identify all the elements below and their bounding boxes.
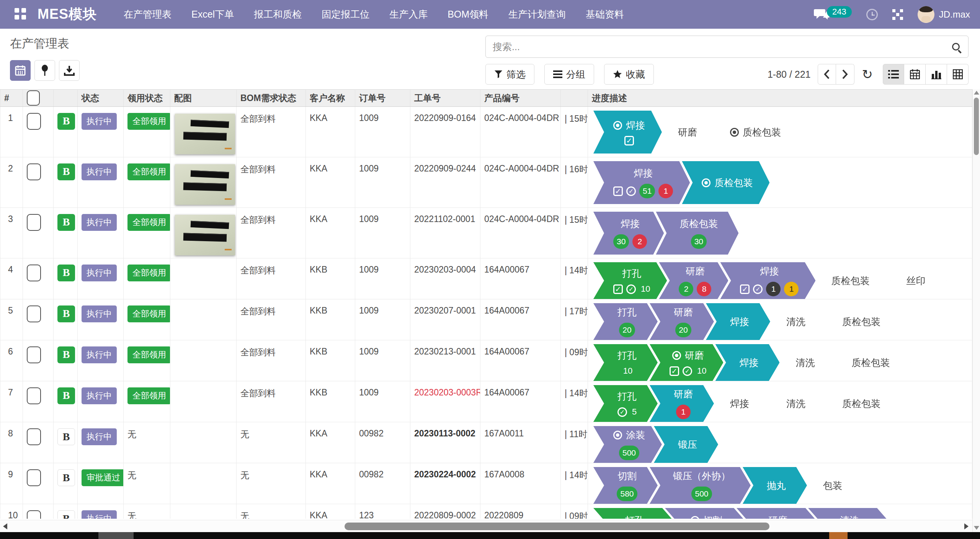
process-step-清洗[interactable]: 清洗 (771, 344, 836, 381)
refresh-icon[interactable]: ↻ (862, 68, 873, 81)
process-step-研磨[interactable]: 研磨 (654, 111, 718, 154)
menu-item-1[interactable]: Excel下单 (191, 8, 234, 21)
row-checkbox[interactable] (27, 113, 41, 130)
horizontal-scrollbar[interactable] (0, 520, 972, 532)
process-step-焊接[interactable]: 焊接✓ (593, 111, 662, 154)
app-brand[interactable]: MES模块 (38, 5, 97, 24)
process-step-质检包装[interactable]: 质检包装 (682, 161, 769, 204)
row-checkbox[interactable] (27, 387, 41, 404)
messages-button[interactable]: 243 (814, 8, 852, 21)
process-step-涂装[interactable]: 涂装500 (593, 426, 662, 463)
process-step-打孔[interactable]: 打孔20 (593, 303, 658, 340)
process-step-打孔[interactable]: 打孔 (593, 508, 673, 519)
filter-button[interactable]: 筛选 (485, 64, 534, 85)
process-step-焊接[interactable]: 焊接302 (593, 212, 664, 255)
menu-item-5[interactable]: BOM领料 (448, 8, 488, 21)
row-checkbox[interactable] (27, 214, 41, 231)
product-photo[interactable] (175, 215, 235, 255)
process-step-焊接[interactable]: 焊接 (706, 303, 770, 340)
chart-view-button[interactable] (926, 64, 947, 85)
scroll-left-arrow-icon[interactable] (3, 523, 7, 529)
count-badge: 1 (676, 405, 691, 419)
process-step-清洗[interactable]: 清洗 (762, 303, 826, 340)
menu-item-6[interactable]: 生产计划查询 (508, 8, 566, 21)
process-step-质检包装[interactable]: 质检包装 (710, 111, 798, 154)
process-step-质检包装[interactable]: 质检包装 (828, 344, 910, 381)
pager-prev-button[interactable] (818, 64, 836, 85)
row-checkbox[interactable] (27, 428, 41, 445)
process-step-打孔[interactable]: 打孔✓5 (593, 385, 658, 422)
process-step-质检包装[interactable]: 质检包装30 (656, 212, 738, 255)
process-step-清洗[interactable]: 清洗 (808, 508, 888, 519)
process-step-质检包装[interactable]: 质检包装 (818, 385, 901, 422)
count-badge: 20 (619, 323, 635, 337)
horizontal-scrollbar-thumb[interactable] (345, 523, 769, 530)
process-step-包装[interactable]: 包装 (799, 467, 863, 504)
product-photo[interactable] (175, 164, 235, 205)
search-icon[interactable] (952, 43, 960, 51)
search-input[interactable] (493, 41, 952, 52)
pick-state-badge: 全部领用 (127, 113, 170, 130)
process-step-打孔[interactable]: 打孔✓✓10 (593, 262, 667, 299)
row-checkbox[interactable] (27, 469, 41, 486)
scroll-up-arrow-icon[interactable] (974, 91, 979, 95)
process-step-清洗[interactable]: 清洗 (762, 385, 826, 422)
grid-view-button[interactable] (947, 64, 969, 85)
process-step-焊接[interactable]: 焊接 (715, 344, 779, 381)
process-step-焊接[interactable]: 焊接✓✓511 (593, 161, 690, 204)
vertical-scrollbar-thumb[interactable] (974, 98, 979, 155)
process-step-丝印[interactable]: 丝印 (882, 262, 946, 299)
calendar-mode-button[interactable] (10, 60, 31, 81)
plan-time-cell: | 17时 (561, 299, 588, 340)
select-all-header[interactable] (23, 90, 54, 107)
process-step-锻压[interactable]: 锻压 (654, 426, 718, 463)
process-step-研磨[interactable]: 研磨28 (659, 262, 728, 299)
menu-item-0[interactable]: 在产管理表 (124, 8, 172, 21)
apps-grid-icon[interactable] (15, 8, 26, 21)
process-step-锻压（外协）[interactable]: 锻压（外协）500 (650, 467, 751, 504)
bom-state-cell: 无 (237, 463, 306, 504)
process-step-焊接[interactable]: 焊接 (706, 385, 770, 422)
favorites-button[interactable]: 收藏 (604, 64, 654, 85)
workorder-no-cell: 20221102-0001 (410, 208, 480, 258)
process-step-切割[interactable]: 切割 (665, 508, 745, 519)
check-circle-icon: ✓ (617, 407, 627, 417)
menu-item-7[interactable]: 基础资料 (586, 8, 624, 21)
row-checkbox[interactable] (27, 346, 41, 363)
product-photo[interactable] (175, 114, 235, 154)
b-flag-badge: B (57, 428, 75, 445)
list-view-button[interactable] (883, 64, 904, 85)
download-button[interactable] (59, 60, 80, 81)
process-step-研磨[interactable]: 研磨✓✓10 (650, 344, 723, 381)
row-checkbox[interactable] (27, 305, 41, 322)
row-checkbox[interactable] (27, 163, 41, 180)
process-step-研磨[interactable]: 研磨1 (650, 385, 714, 422)
row-checkbox[interactable] (27, 265, 41, 281)
activity-clock-icon[interactable] (866, 9, 878, 20)
user-menu[interactable]: JD.max (918, 6, 970, 23)
menu-item-2[interactable]: 报工和质检 (254, 8, 302, 21)
process-step-切割[interactable]: 切割580 (593, 467, 658, 504)
menu-item-4[interactable]: 生产入库 (389, 8, 428, 21)
select-all-checkbox[interactable] (27, 90, 40, 106)
process-step-研磨[interactable]: 研磨 (737, 508, 816, 519)
process-step-质检包装[interactable]: 质检包装 (807, 262, 890, 299)
pager-next-button[interactable] (836, 64, 854, 85)
scroll-right-arrow-icon[interactable] (964, 523, 969, 529)
process-step-研磨[interactable]: 研磨20 (650, 303, 714, 340)
vertical-scrollbar[interactable] (972, 89, 980, 532)
pin-button[interactable] (34, 60, 55, 81)
scroll-down-arrow-icon[interactable] (974, 526, 979, 530)
process-step-焊接[interactable]: 焊接✓✓11 (720, 262, 815, 299)
menu-item-3[interactable]: 固定报工位 (322, 8, 369, 21)
process-step-质检包装[interactable]: 质检包装 (818, 303, 901, 340)
group-by-button[interactable]: 分组 (544, 64, 594, 85)
qr-code-icon[interactable] (892, 9, 903, 20)
process-step-抛丸[interactable]: 抛丸 (743, 467, 807, 504)
calendar-view-button[interactable] (904, 64, 926, 85)
process-step-打孔[interactable]: 打孔10 (593, 344, 658, 381)
row-checkbox[interactable] (27, 510, 41, 519)
check-circle-icon: ✓ (753, 284, 763, 294)
row-number: 5 (0, 299, 23, 340)
count-badge: 20 (675, 323, 691, 337)
